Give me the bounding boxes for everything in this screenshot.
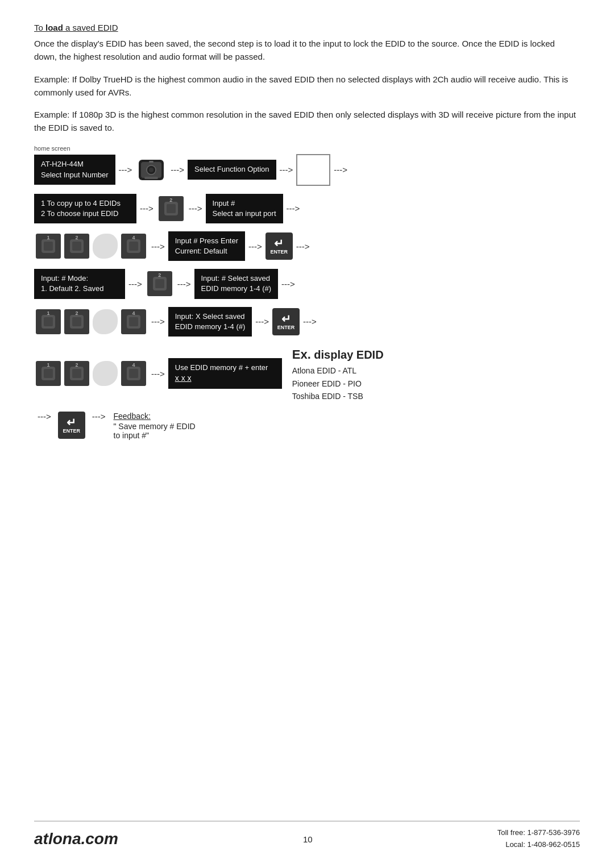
btn-4: 4 xyxy=(121,234,146,259)
arrow-1d: ---> xyxy=(334,165,347,175)
btn-4-r5: 4 xyxy=(121,309,146,334)
arrow-6a: ---> xyxy=(151,369,165,379)
btn-2-r6: 2 xyxy=(64,361,89,386)
blob-shape-3 xyxy=(93,361,118,386)
input-mode-box: Input: # Mode: 1. Default 2. Saved xyxy=(34,269,125,298)
enter-button-icon-1: ↵ ENTER xyxy=(265,232,293,260)
diagram-row-4: Input: # Mode: 1. Default 2. Saved ---> … xyxy=(34,269,580,298)
arrow-4c: ---> xyxy=(281,279,295,289)
arrow-5a: ---> xyxy=(151,317,165,326)
svg-rect-23 xyxy=(44,369,53,378)
arrow-1c: ---> xyxy=(280,165,293,175)
button-2-icon: 2 xyxy=(159,196,184,221)
arrow-7a: ---> xyxy=(38,412,51,421)
btn-group-2: 1 2 4 xyxy=(34,309,148,334)
copy-edid-box: 1 To copy up to 4 EDIDs 2 To choose inpu… xyxy=(34,194,136,223)
svg-rect-4 xyxy=(144,177,158,179)
footer: atlona.com 10 Toll free: 1-877-536-3976 … xyxy=(34,821,580,851)
footer-toll-free: Toll free: 1-877-536-3976 xyxy=(497,827,580,839)
diagram-row-5: 1 2 4 ---> Input: X Select saved EDID me… xyxy=(34,307,580,337)
svg-rect-21 xyxy=(129,317,138,326)
paragraph-3: Example: If 1080p 3D is the highest comm… xyxy=(34,108,580,135)
svg-rect-15 xyxy=(155,279,164,288)
diagram-row-2: 1 To copy up to 4 EDIDs 2 To choose inpu… xyxy=(34,194,580,223)
arrow-7b: ---> xyxy=(92,412,106,421)
svg-rect-19 xyxy=(72,317,81,326)
arrow-4b: ---> xyxy=(177,279,191,289)
atlona-edid-label: Atlona EDID - ATL xyxy=(292,364,384,377)
arrow-3c: ---> xyxy=(296,242,310,251)
diagram-area: home screen AT-H2H-44M Select Input Numb… xyxy=(34,145,580,441)
arrow-5c: ---> xyxy=(303,317,317,326)
btn-2-r5: 2 xyxy=(64,309,89,334)
enter-button-icon-2: ↵ ENTER xyxy=(272,308,300,335)
arrow-5b: ---> xyxy=(255,317,269,326)
section-load-title: To load a saved EDID xyxy=(34,23,580,32)
arrow-1b: ---> xyxy=(171,165,184,175)
footer-page-number: 10 xyxy=(303,834,313,844)
arrow-2a: ---> xyxy=(140,203,154,213)
svg-rect-7 xyxy=(167,204,176,213)
footer-local: Local: 1-408-962-0515 xyxy=(497,839,580,851)
svg-rect-17 xyxy=(44,317,53,326)
paragraph-1: Once the display's EDID has been saved, … xyxy=(34,37,580,64)
svg-rect-25 xyxy=(72,369,81,378)
ps3-icon xyxy=(135,154,167,186)
btn-2-num: 2 xyxy=(169,197,172,203)
paragraph-2: Example: If Dolby TrueHD is the highest … xyxy=(34,73,580,99)
blob-shape-2 xyxy=(93,309,118,334)
input-hash-box: Input # Select an input port xyxy=(206,194,283,223)
arrow-2b: ---> xyxy=(189,203,202,213)
arrow-4a: ---> xyxy=(128,279,142,289)
svg-rect-9 xyxy=(44,242,53,251)
diagram-row-7: ---> ↵ ENTER ---> Feedback: " Save memor… xyxy=(34,412,580,440)
select-function-box: Select Function Option xyxy=(188,160,276,179)
arrow-1a: ---> xyxy=(119,165,132,175)
btn-2-row4: 2 xyxy=(147,271,172,296)
diagram-row-3: 1 2 4 ---> Input # Press Enter Current: … xyxy=(34,231,580,261)
btn-2: 2 xyxy=(64,234,89,259)
input-x-select-box: Input: X Select saved EDID memory 1-4 (#… xyxy=(168,307,252,337)
toshiba-edid-label: Toshiba EDID - TSB xyxy=(292,390,384,402)
btn-1: 1 xyxy=(36,234,61,259)
select-saved-edid-box: Input: # Select saved EDID memory 1-4 (#… xyxy=(194,269,279,298)
ex-display-edid: Ex. display EDID Atlona EDID - ATL Pione… xyxy=(292,344,384,402)
diagram-row-1: AT-H2H-44M Select Input Number ---> --->… xyxy=(34,154,580,186)
use-edid-memory-box: Use EDID memory # + enter x x x xyxy=(168,358,282,389)
arrow-3b: ---> xyxy=(248,242,262,251)
svg-point-3 xyxy=(149,168,154,172)
ex-title: Ex. xyxy=(292,347,311,362)
svg-rect-11 xyxy=(72,242,81,251)
footer-contact: Toll free: 1-877-536-3976 Local: 1-408-9… xyxy=(497,827,580,851)
blank-box-1 xyxy=(296,154,330,186)
device-label-box: AT-H2H-44M Select Input Number xyxy=(34,155,115,184)
feedback-label: Feedback: xyxy=(114,412,196,421)
home-screen-label: home screen xyxy=(34,145,580,152)
svg-rect-27 xyxy=(129,369,138,378)
xxx-text: x x x xyxy=(175,373,192,383)
enter-button-icon-3: ↵ ENTER xyxy=(58,412,85,439)
footer-logo: atlona.com xyxy=(34,830,118,848)
btn-4-r6: 4 xyxy=(121,361,146,386)
press-enter-box: Input # Press Enter Current: Default xyxy=(168,231,245,261)
btn-1-r5: 1 xyxy=(36,309,61,334)
pioneer-edid-label: Pioneer EDID - PIO xyxy=(292,377,384,390)
svg-rect-13 xyxy=(129,242,138,251)
feedback-text: " Save memory # EDID to input #" xyxy=(114,422,196,440)
blob-shape-1 xyxy=(93,234,118,259)
arrow-3a: ---> xyxy=(151,242,165,251)
btn-1-r6: 1 xyxy=(36,361,61,386)
diagram-row-6: 1 2 4 ---> Use EDID memory # + enter x x… xyxy=(34,344,580,402)
btn-group-1: 1 2 4 xyxy=(34,234,148,259)
btn-group-3: 1 2 4 xyxy=(34,361,148,386)
svg-rect-5 xyxy=(149,161,154,163)
arrow-2c: ---> xyxy=(287,203,300,213)
